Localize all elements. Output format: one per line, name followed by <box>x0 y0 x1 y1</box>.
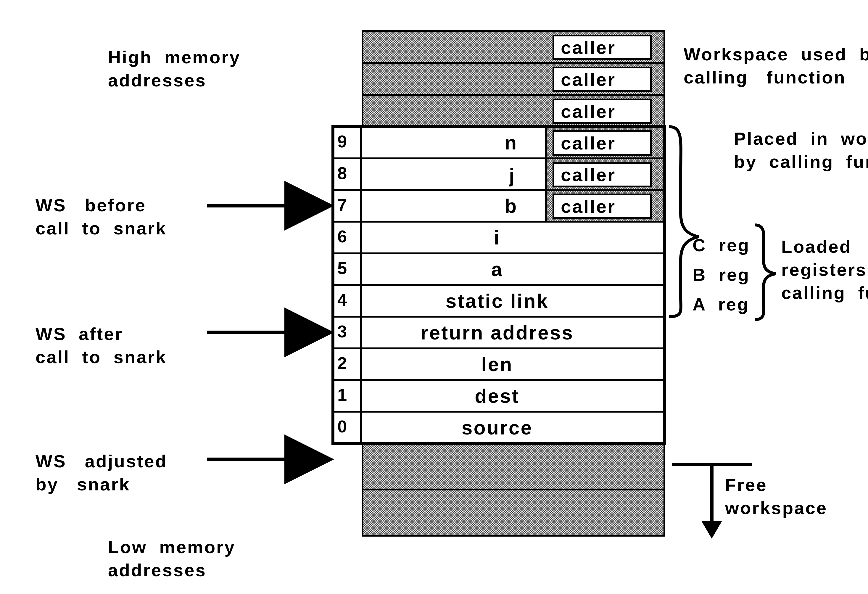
stack-svg: caller caller caller 9 n caller <box>0 0 868 594</box>
svg-text:caller: caller <box>561 101 616 122</box>
stack-row-3: 3 return address <box>333 317 664 348</box>
workspace-stack-diagram: High memory addresses WS before call to … <box>0 0 868 594</box>
svg-text:i: i <box>494 227 500 248</box>
stack-row-8: 8 j caller <box>333 158 664 190</box>
svg-text:3: 3 <box>337 322 348 341</box>
stack-row-5: 5 a <box>333 253 664 285</box>
svg-marker-61 <box>701 521 722 539</box>
brace-placed <box>669 127 698 317</box>
svg-text:caller: caller <box>561 37 616 58</box>
svg-text:1: 1 <box>337 385 348 404</box>
stack-row-2: 2 len <box>333 348 664 380</box>
brace-regs <box>755 225 775 320</box>
caller-top-2: caller <box>554 99 651 123</box>
svg-text:caller: caller <box>561 69 616 90</box>
svg-text:2: 2 <box>337 353 348 372</box>
svg-text:dest: dest <box>475 385 520 407</box>
svg-text:b: b <box>505 195 518 217</box>
svg-text:caller: caller <box>561 164 616 185</box>
stack-row-1: 1 dest <box>333 380 664 412</box>
svg-text:j: j <box>508 164 515 186</box>
svg-text:9: 9 <box>337 132 348 151</box>
svg-text:n: n <box>505 132 518 154</box>
stack-row-7: 7 b caller <box>333 190 664 222</box>
stack-row-9: 9 n caller <box>333 127 664 158</box>
svg-text:return address: return address <box>421 322 574 344</box>
svg-text:caller: caller <box>561 133 616 153</box>
svg-text:4: 4 <box>337 290 348 309</box>
svg-text:len: len <box>481 353 513 375</box>
caller-top-1: caller <box>554 68 651 91</box>
stack-row-0: 0 source <box>333 412 664 443</box>
svg-text:6: 6 <box>337 227 348 246</box>
stack-row-6: 6 i <box>333 222 664 253</box>
stack-row-4: 4 static link <box>333 285 664 317</box>
svg-text:0: 0 <box>337 417 348 436</box>
svg-text:caller: caller <box>561 196 616 217</box>
svg-text:5: 5 <box>337 259 348 278</box>
svg-text:a: a <box>491 259 503 280</box>
caller-top-0: caller <box>554 35 651 59</box>
svg-text:source: source <box>462 417 533 439</box>
svg-text:static link: static link <box>446 290 549 312</box>
svg-text:8: 8 <box>337 163 348 183</box>
svg-text:7: 7 <box>337 195 348 214</box>
arrow-free-workspace <box>672 465 752 539</box>
